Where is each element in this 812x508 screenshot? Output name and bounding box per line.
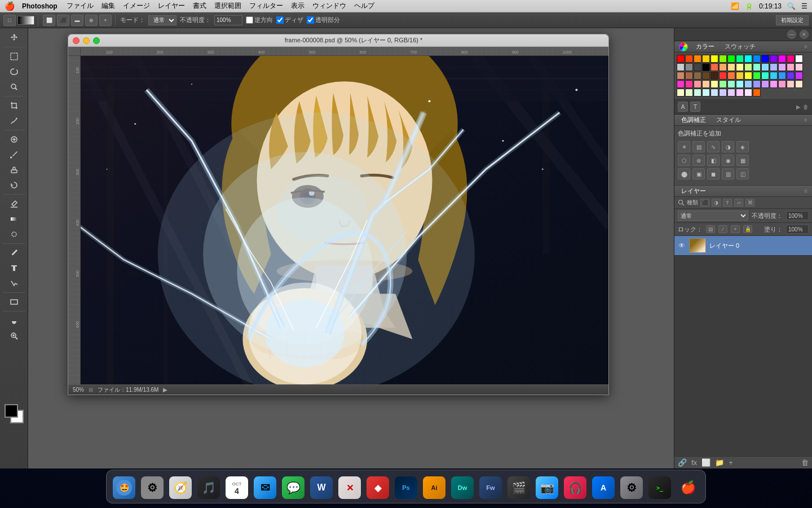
- rect-btn-2[interactable]: ⬛: [57, 15, 69, 26]
- canvas-area[interactable]: frame-000008.psd @ 50% (レイヤー 0, RGB/16) …: [28, 28, 674, 468]
- swatch-55[interactable]: [761, 80, 769, 88]
- swatch-32[interactable]: [694, 72, 701, 80]
- rect-btn-3[interactable]: ▬: [71, 15, 83, 26]
- shape-normal-btn[interactable]: □: [3, 15, 16, 26]
- swatch-53[interactable]: [744, 80, 752, 88]
- canvas-image[interactable]: [81, 56, 608, 384]
- layer-opacity-input[interactable]: [786, 211, 809, 220]
- panel-btn-a[interactable]: A: [678, 102, 688, 112]
- panel-close-btn[interactable]: ✕: [800, 30, 809, 39]
- menu-help[interactable]: ヘルプ: [354, 1, 374, 11]
- swatch-5[interactable]: [719, 55, 727, 63]
- swatch-3[interactable]: [702, 55, 710, 63]
- add-link-btn[interactable]: 🔗: [678, 458, 687, 467]
- dock-finder[interactable]: 🤩: [111, 475, 137, 501]
- rect-btn-4[interactable]: ⊕: [85, 15, 98, 26]
- menu-window[interactable]: ウィンドウ: [312, 1, 346, 11]
- layer-item-0[interactable]: 👁 レイヤー 0: [674, 236, 812, 256]
- app-name[interactable]: Photoshop: [22, 2, 58, 10]
- swatch-49[interactable]: [710, 80, 718, 88]
- dock-itunes[interactable]: 🎵: [196, 475, 222, 501]
- gradient-tool[interactable]: [7, 212, 21, 226]
- menu-view[interactable]: 表示: [291, 1, 304, 11]
- swatch-67[interactable]: [736, 89, 744, 97]
- new-layer-btn[interactable]: +: [729, 458, 733, 467]
- panel-minimize-btn[interactable]: —: [787, 30, 796, 39]
- dock-system-prefs[interactable]: ⚙: [139, 475, 165, 501]
- photofilter-adj-btn[interactable]: ◉: [722, 155, 734, 166]
- healing-tool[interactable]: [7, 132, 21, 147]
- new-group-btn[interactable]: 📁: [715, 458, 724, 467]
- spotlight-icon[interactable]: 🔍: [787, 2, 796, 10]
- swatch-14[interactable]: [795, 55, 803, 63]
- lasso-tool[interactable]: [7, 64, 21, 79]
- swatch-12[interactable]: [778, 55, 786, 63]
- swatch-20[interactable]: [719, 63, 727, 71]
- swatch-23[interactable]: [744, 63, 752, 71]
- layers-tab[interactable]: レイヤー: [679, 186, 708, 196]
- swatch-57[interactable]: [778, 80, 786, 88]
- blend-mode-select[interactable]: 通常: [678, 211, 748, 221]
- swatch-4[interactable]: [710, 55, 718, 63]
- pen-tool[interactable]: [7, 246, 21, 260]
- gradient-preview[interactable]: [17, 16, 34, 25]
- swatch-41[interactable]: [770, 72, 778, 80]
- dock-mac-icon[interactable]: 🍎: [675, 475, 701, 501]
- swatch-8[interactable]: [744, 55, 752, 63]
- swatch-0[interactable]: [677, 55, 685, 63]
- lock-pixels-btn[interactable]: ▤: [706, 225, 715, 233]
- reverse-checkbox[interactable]: [246, 16, 253, 24]
- color-panel-expand[interactable]: ≡: [804, 43, 807, 50]
- dock-final-cut[interactable]: 🎬: [506, 475, 532, 501]
- swatch-6[interactable]: [727, 55, 735, 63]
- rect-btn-5[interactable]: +: [99, 15, 112, 26]
- eyedropper-tool[interactable]: [7, 113, 21, 128]
- menu-edit[interactable]: 編集: [102, 1, 115, 11]
- foreground-background-colors[interactable]: [5, 404, 24, 423]
- zoom-tool[interactable]: [7, 329, 21, 343]
- swatch-11[interactable]: [770, 55, 778, 63]
- swatch-69[interactable]: [753, 89, 761, 97]
- swatch-37[interactable]: [736, 72, 744, 80]
- close-button[interactable]: [73, 37, 80, 44]
- swatch-7[interactable]: [736, 55, 744, 63]
- swatch-56[interactable]: [770, 80, 778, 88]
- swatch-50[interactable]: [719, 80, 727, 88]
- swatch-24[interactable]: [753, 63, 761, 71]
- swatch-17[interactable]: [694, 63, 701, 71]
- swatches-tab[interactable]: スウォッチ: [722, 41, 758, 52]
- layer-eye-icon[interactable]: 👁: [678, 242, 686, 249]
- stamp-tool[interactable]: [7, 163, 21, 177]
- swatch-42[interactable]: [778, 72, 786, 80]
- dock-calendar[interactable]: OCT 4: [224, 475, 250, 501]
- lock-paint-btn[interactable]: ∕: [718, 225, 727, 233]
- dock-red-app[interactable]: ◆: [365, 475, 391, 501]
- swatch-45[interactable]: [677, 80, 685, 88]
- color-wheel-icon[interactable]: [679, 42, 688, 51]
- swatch-9[interactable]: [753, 55, 761, 63]
- swatch-18[interactable]: [702, 63, 710, 71]
- swatch-59[interactable]: [795, 80, 803, 88]
- panel-trash-btn[interactable]: 🗑: [803, 104, 809, 110]
- swatch-13[interactable]: [787, 55, 795, 63]
- menubar-extras-icon[interactable]: ☰: [801, 2, 807, 10]
- gradmap-adj-btn[interactable]: ▥: [722, 168, 734, 179]
- swatch-33[interactable]: [702, 72, 710, 80]
- menu-select[interactable]: 選択範囲: [214, 1, 241, 11]
- filter-pixel-btn[interactable]: ⬛: [700, 199, 709, 207]
- dock-iphoto[interactable]: 📷: [534, 475, 560, 501]
- fill-input[interactable]: [786, 225, 809, 234]
- swatch-30[interactable]: [677, 72, 685, 80]
- vibrance-adj-btn[interactable]: ◈: [736, 141, 749, 152]
- swatch-66[interactable]: [727, 89, 735, 97]
- swatch-60[interactable]: [677, 89, 685, 97]
- swatch-36[interactable]: [727, 72, 735, 80]
- swatch-29[interactable]: [795, 63, 803, 71]
- swatch-65[interactable]: [719, 89, 727, 97]
- menu-image[interactable]: イメージ: [123, 1, 150, 11]
- rect-btn-1[interactable]: ⬜: [43, 15, 55, 26]
- levels-adj-btn[interactable]: ▤: [692, 141, 705, 152]
- colorbal-adj-btn[interactable]: ⊛: [692, 155, 705, 166]
- swatch-35[interactable]: [719, 72, 727, 80]
- dock-photoshop[interactable]: Ps: [393, 475, 419, 501]
